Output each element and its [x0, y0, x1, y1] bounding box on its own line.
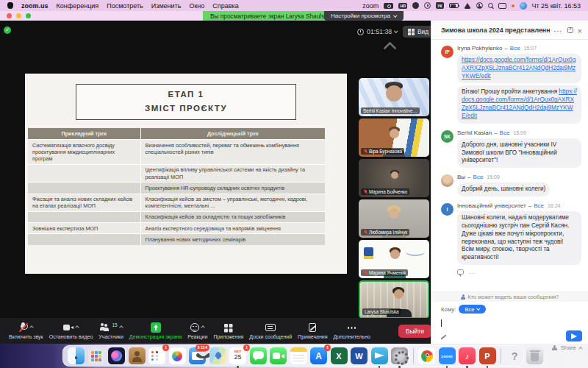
excel-dock-icon[interactable]: X: [331, 347, 348, 364]
reply-icon[interactable]: [457, 269, 464, 275]
menu-help[interactable]: Справка: [212, 2, 238, 10]
user-account-icon[interactable]: [476, 2, 483, 9]
settings-dock-icon[interactable]: [391, 347, 408, 364]
zoom-dock-icon[interactable]: zoom: [439, 347, 456, 364]
chat-message-input[interactable]: [431, 314, 588, 330]
collapse-thumbnails-button[interactable]: [380, 40, 399, 51]
stop-video-button[interactable]: Остановить видео: [49, 322, 93, 339]
video-tile-larysa-shaulska[interactable]: Larysa Shaulska: [359, 280, 429, 319]
chrome-dock-icon[interactable]: [418, 347, 435, 364]
browser-icon[interactable]: [520, 2, 527, 10]
yk-status-icon[interactable]: УК: [436, 2, 443, 9]
view-options-button[interactable]: Настройки просмотра: [324, 11, 404, 21]
reminders-dock-icon[interactable]: 1: [148, 347, 165, 364]
chat-menu-icon[interactable]: [554, 24, 563, 37]
close-icon[interactable]: [578, 24, 582, 37]
launchpad-dock-icon[interactable]: [88, 347, 105, 364]
security-shield-icon[interactable]: [4, 26, 11, 34]
chevron-up-icon[interactable]: [201, 325, 206, 330]
video-tile-serhii-kasian[interactable]: Serhii Kasian Innovative…: [359, 78, 429, 116]
video-tile-vira-burnazova[interactable]: Віра Бурназова: [359, 118, 429, 157]
finder-dock-icon[interactable]: [68, 347, 85, 364]
mail-badge: 3 114: [196, 344, 209, 351]
menu-conference[interactable]: Конференция: [57, 2, 99, 10]
contacts-dock-icon[interactable]: [129, 347, 146, 364]
trash-dock-icon[interactable]: [526, 347, 543, 364]
pop-out-icon[interactable]: [567, 27, 573, 33]
wifi-icon[interactable]: [464, 3, 471, 9]
chat-messages: IP Iryna Pokhylenko – Все 15:07 https://…: [431, 40, 588, 291]
video-tile-maryna-yachmenyk[interactable]: Марина Ячменик: [359, 240, 429, 278]
reactions-button[interactable]: Реакции: [187, 322, 207, 339]
telegram-dock-icon[interactable]: [371, 347, 388, 364]
apps-button[interactable]: Приложения: [213, 322, 243, 339]
format-icon[interactable]: [440, 333, 448, 340]
chevron-up-icon[interactable]: [578, 347, 583, 351]
maps-dock-icon[interactable]: [209, 347, 226, 364]
battery-icon[interactable]: [449, 3, 459, 8]
participants-button[interactable]: 15 Участники: [98, 322, 123, 339]
target-status-icon[interactable]: [424, 2, 431, 9]
display-icon[interactable]: [498, 3, 506, 9]
notes-dock-icon[interactable]: [290, 347, 307, 364]
table-cell: Класифікація кейсів за змістом – управлі…: [141, 194, 325, 211]
share-label[interactable]: Share: [561, 344, 576, 351]
close-window-button[interactable]: [7, 13, 12, 18]
video-tile-liubomyra-iliichuk[interactable]: Любомира Ілійчук: [359, 199, 429, 238]
screen-record-icon[interactable]: [384, 3, 393, 9]
photos-dock-icon[interactable]: [169, 347, 186, 364]
table-cell: [28, 234, 141, 244]
chevron-up-icon[interactable]: [119, 325, 123, 330]
participants-icon: [99, 322, 110, 333]
participant-name: Larysa Shaulska: [365, 309, 399, 314]
unmute-button[interactable]: Включить звук: [9, 322, 43, 339]
chat-title: Зимова школа 2024 представлення за...: [441, 26, 550, 34]
menu-edit[interactable]: Изменить: [151, 2, 182, 10]
message-target: Все: [510, 45, 520, 52]
whiteboards-button[interactable]: Доски сообщений: [249, 322, 292, 339]
music-dock-icon[interactable]: ♪: [459, 347, 476, 364]
chat-footer: Кто может видеть ваши сообщения? Кому: В…: [431, 291, 588, 344]
participant-name-tag: Larysa Shaulska: [362, 308, 401, 315]
powerpoint-dock-icon[interactable]: P: [479, 347, 496, 364]
notes-button[interactable]: Примечания: [298, 322, 327, 339]
view-layout-button[interactable]: Вид: [403, 26, 434, 38]
participant-name: Serhii Kasian Innovative…: [363, 108, 417, 113]
word-dock-icon[interactable]: W: [351, 347, 368, 364]
minimize-window-button[interactable]: [16, 13, 21, 18]
fullscreen-window-button[interactable]: [26, 13, 31, 18]
slide-title-line1: ЕТАП 1: [76, 90, 295, 99]
hd-icon[interactable]: HD: [398, 3, 407, 9]
apple-icon[interactable]: [7, 2, 13, 9]
appstore-dock-icon[interactable]: A1: [310, 347, 327, 364]
app-status-icon[interactable]: [412, 2, 419, 9]
video-tile-maryna-boichenko[interactable]: Марина Бойченко: [359, 159, 429, 197]
slide-title-line2: ЗМІСТ ПРОЄКТУ: [76, 104, 295, 113]
whiteboard-icon: [265, 324, 276, 331]
chat-privacy-note[interactable]: Кто может видеть ваши сообщения?: [431, 291, 588, 302]
send-button[interactable]: [566, 330, 582, 342]
message-more-icon[interactable]: …: [469, 269, 475, 275]
participant-name-tag: Віра Бурназова: [361, 148, 404, 155]
menu-window[interactable]: Окно: [189, 2, 204, 10]
more-button[interactable]: Дополнительно: [334, 322, 370, 339]
muted-mic-icon: [363, 230, 368, 235]
chat-link[interactable]: https://docs.google.com/forms/d/1ArQux0g…: [462, 57, 576, 79]
siri-dock-icon[interactable]: [108, 347, 125, 364]
facetime-dock-icon[interactable]: [270, 347, 287, 364]
menu-view[interactable]: Посмотреть: [107, 2, 143, 10]
add-person-icon[interactable]: [552, 345, 558, 351]
messages-dock-icon[interactable]: [250, 347, 267, 364]
leave-meeting-button[interactable]: Выйти: [398, 325, 431, 338]
table-header-left: Прикладний трек: [28, 128, 141, 139]
recipient-selector[interactable]: Все: [459, 305, 485, 314]
chevron-up-icon[interactable]: [75, 325, 79, 330]
mail-dock-icon[interactable]: 3 114: [189, 347, 206, 364]
chevron-up-icon[interactable]: [29, 325, 34, 330]
share-screen-button[interactable]: Демонстрация экрана: [129, 322, 182, 339]
search-icon[interactable]: [488, 3, 493, 8]
meeting-timer[interactable]: 01:51:38: [357, 28, 398, 35]
calendar-dock-icon[interactable]: КВІТ 25 1: [229, 347, 246, 364]
menu-zoomus[interactable]: zoom.us: [21, 2, 49, 10]
unknown-app-dock-icon[interactable]: ?: [506, 347, 523, 364]
